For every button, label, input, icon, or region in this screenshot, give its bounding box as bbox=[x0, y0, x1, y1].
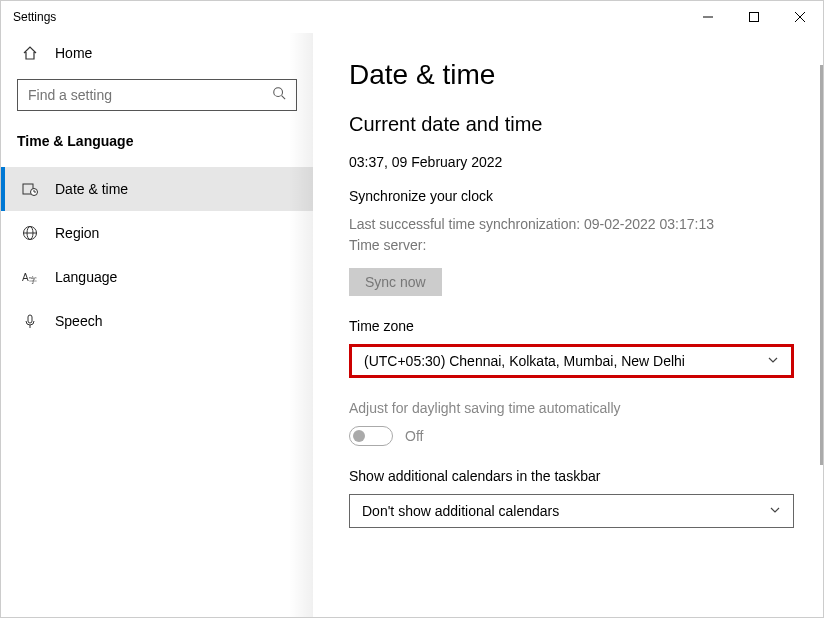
home-nav[interactable]: Home bbox=[1, 33, 313, 73]
search-icon bbox=[272, 86, 286, 104]
home-icon bbox=[21, 45, 39, 61]
svg-point-4 bbox=[274, 88, 283, 97]
minimize-button[interactable] bbox=[685, 1, 731, 33]
search-field[interactable] bbox=[28, 87, 272, 103]
time-server-text: Time server: bbox=[349, 235, 785, 256]
timezone-select[interactable]: (UTC+05:30) Chennai, Kolkata, Mumbai, Ne… bbox=[349, 344, 794, 378]
nav-list: Date & time Region A字 Language Speech bbox=[1, 167, 313, 343]
window-title: Settings bbox=[13, 10, 56, 24]
svg-rect-1 bbox=[750, 13, 759, 22]
microphone-icon bbox=[21, 313, 39, 329]
chevron-down-icon bbox=[769, 503, 781, 519]
close-button[interactable] bbox=[777, 1, 823, 33]
sidebar-item-label: Date & time bbox=[55, 181, 128, 197]
sidebar-item-date-time[interactable]: Date & time bbox=[1, 167, 313, 211]
search-input[interactable] bbox=[17, 79, 297, 111]
sync-now-button[interactable]: Sync now bbox=[349, 268, 442, 296]
sidebar-item-label: Region bbox=[55, 225, 99, 241]
timezone-value: (UTC+05:30) Chennai, Kolkata, Mumbai, Ne… bbox=[364, 353, 685, 369]
window-controls bbox=[685, 1, 823, 33]
sidebar-item-language[interactable]: A字 Language bbox=[1, 255, 313, 299]
page-title: Date & time bbox=[349, 59, 785, 91]
sidebar-item-label: Language bbox=[55, 269, 117, 285]
scrollbar-thumb[interactable] bbox=[820, 65, 823, 465]
globe-icon bbox=[21, 225, 39, 241]
last-sync-text: Last successful time synchronization: 09… bbox=[349, 214, 785, 235]
current-datetime-heading: Current date and time bbox=[349, 113, 785, 136]
dst-state: Off bbox=[405, 428, 423, 444]
dst-label: Adjust for daylight saving time automati… bbox=[349, 400, 785, 416]
language-icon: A字 bbox=[21, 269, 39, 285]
current-datetime-value: 03:37, 09 February 2022 bbox=[349, 154, 785, 170]
sidebar-item-speech[interactable]: Speech bbox=[1, 299, 313, 343]
additional-calendars-select[interactable]: Don't show additional calendars bbox=[349, 494, 794, 528]
timezone-label: Time zone bbox=[349, 318, 785, 334]
svg-text:字: 字 bbox=[29, 276, 37, 285]
sidebar-item-label: Speech bbox=[55, 313, 102, 329]
additional-calendars-value: Don't show additional calendars bbox=[362, 503, 559, 519]
svg-line-5 bbox=[282, 96, 286, 100]
date-time-icon bbox=[21, 181, 39, 197]
home-label: Home bbox=[55, 45, 92, 61]
sidebar-item-region[interactable]: Region bbox=[1, 211, 313, 255]
dst-toggle[interactable] bbox=[349, 426, 393, 446]
maximize-button[interactable] bbox=[731, 1, 777, 33]
sync-heading: Synchronize your clock bbox=[349, 188, 785, 204]
main-content: Date & time Current date and time 03:37,… bbox=[313, 33, 823, 617]
category-heading: Time & Language bbox=[1, 129, 313, 167]
sidebar: Home Time & Language Date & time Region … bbox=[1, 33, 313, 617]
svg-rect-15 bbox=[28, 315, 32, 323]
svg-text:A: A bbox=[22, 272, 29, 283]
additional-calendars-label: Show additional calendars in the taskbar bbox=[349, 468, 785, 484]
chevron-down-icon bbox=[767, 353, 779, 369]
